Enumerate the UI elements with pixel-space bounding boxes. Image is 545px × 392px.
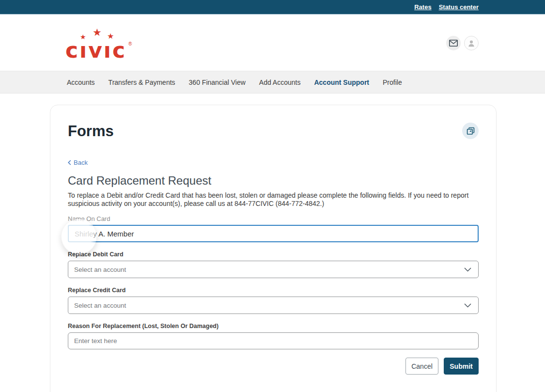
nav-item-account-support[interactable]: Account Support: [314, 78, 369, 86]
messages-button[interactable]: [446, 36, 461, 50]
copy-documents-icon: [467, 127, 475, 135]
submit-button[interactable]: Submit: [444, 358, 479, 375]
page-title: Forms: [68, 123, 114, 140]
nav-item-add-accounts[interactable]: Add Accounts: [259, 78, 301, 86]
nav-item-360-financial-view[interactable]: 360 Financial View: [189, 78, 246, 86]
reason-for-replacement-label: Reason For Replacement (Lost, Stolen Or …: [68, 323, 479, 329]
mail-icon: [449, 40, 458, 47]
select-placeholder: Select an account: [74, 266, 126, 273]
civic-logo[interactable]: ★ ★ ★ cıvıc ®: [65, 25, 143, 63]
main-nav: Accounts Transfers & Payments 360 Financ…: [0, 71, 545, 94]
chevron-left-icon: [68, 160, 71, 165]
reason-for-replacement-input[interactable]: [68, 332, 479, 349]
name-on-card-label: Name On Card: [68, 215, 479, 222]
name-on-card-input[interactable]: [68, 225, 479, 242]
form-description: To replace a Debit and/or Credit Card th…: [68, 191, 479, 207]
status-center-link[interactable]: Status center: [439, 3, 479, 11]
replace-debit-card-label: Replace Debit Card: [68, 251, 479, 258]
profile-avatar-button[interactable]: [464, 36, 479, 50]
select-placeholder: Select an account: [74, 302, 126, 309]
nav-item-accounts[interactable]: Accounts: [67, 78, 95, 86]
header: ★ ★ ★ cıvıc ®: [0, 16, 545, 71]
top-utility-bar: Rates Status center: [0, 0, 545, 15]
chevron-down-icon: [464, 303, 471, 308]
replace-credit-card-label: Replace Credit Card: [68, 287, 479, 294]
replace-debit-card-select[interactable]: Select an account: [68, 261, 479, 278]
nav-item-profile[interactable]: Profile: [383, 78, 402, 86]
user-icon: [467, 40, 475, 47]
cancel-button[interactable]: Cancel: [405, 358, 438, 375]
registered-trademark: ®: [128, 41, 132, 47]
back-label: Back: [74, 159, 88, 166]
nav-item-transfers-payments[interactable]: Transfers & Payments: [109, 78, 175, 86]
star-icon: ★: [93, 27, 102, 37]
rates-link[interactable]: Rates: [414, 3, 431, 11]
form-title: Card Replacement Request: [68, 174, 479, 187]
back-link[interactable]: Back: [68, 159, 88, 166]
forms-card: Forms Back Card Replacement Request To r…: [50, 105, 497, 392]
logo-wordmark: cıvıc: [65, 40, 126, 61]
replace-credit-card-select[interactable]: Select an account: [68, 297, 479, 314]
forms-shortcut-button[interactable]: [462, 123, 479, 139]
chevron-down-icon: [464, 267, 471, 272]
